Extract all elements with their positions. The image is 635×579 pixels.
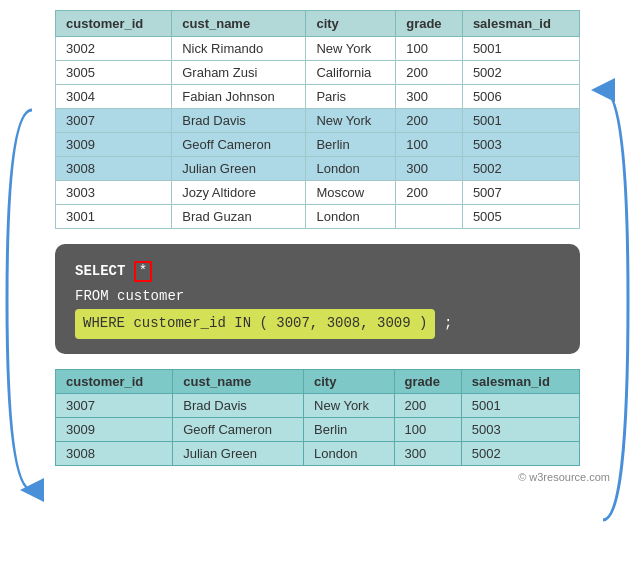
bottom-table-cell-salesman_id: 5003 <box>461 417 579 441</box>
bottom-table-cell-cust_name: Brad Davis <box>173 393 304 417</box>
top-table-row: 3008Julian GreenLondon3005002 <box>56 157 580 181</box>
top-table-header-row: customer_id cust_name city grade salesma… <box>56 11 580 37</box>
bottom-table-cell-cust_name: Geoff Cameron <box>173 417 304 441</box>
top-table-cell-city: Moscow <box>306 181 396 205</box>
top-table-cell-salesman_id: 5006 <box>462 85 579 109</box>
top-table-cell-cust_name: Fabian Johnson <box>172 85 306 109</box>
bottom-table-cell-customer_id: 3009 <box>56 417 173 441</box>
top-table-wrapper: customer_id cust_name city grade salesma… <box>55 10 580 229</box>
bottom-table-cell-customer_id: 3007 <box>56 393 173 417</box>
top-table-cell-cust_name: Brad Guzan <box>172 205 306 229</box>
top-table-cell-salesman_id: 5002 <box>462 157 579 181</box>
top-table-body: 3002Nick RimandoNew York10050013005Graha… <box>56 37 580 229</box>
top-table-cell-salesman_id: 5001 <box>462 109 579 133</box>
top-table-cell-grade: 100 <box>396 133 463 157</box>
bottom-table-header-salesman-id: salesman_id <box>461 369 579 393</box>
bottom-table-row: 3009Geoff CameronBerlin1005003 <box>56 417 580 441</box>
top-table-cell-customer_id: 3003 <box>56 181 172 205</box>
bottom-table-cell-city: Berlin <box>304 417 395 441</box>
top-table-cell-grade: 200 <box>396 61 463 85</box>
bottom-table-cell-cust_name: Julian Green <box>173 441 304 465</box>
sql-where-line: WHERE customer_id IN ( 3007, 3008, 3009 … <box>75 309 560 338</box>
top-table-cell-grade: 200 <box>396 109 463 133</box>
right-arrow <box>593 80 633 530</box>
top-table-row: 3002Nick RimandoNew York1005001 <box>56 37 580 61</box>
top-table-cell-cust_name: Graham Zusi <box>172 61 306 85</box>
top-table-cell-salesman_id: 5001 <box>462 37 579 61</box>
bottom-table-body: 3007Brad DavisNew York20050013009Geoff C… <box>56 393 580 465</box>
top-table-cell-cust_name: Geoff Cameron <box>172 133 306 157</box>
top-table-cell-city: London <box>306 157 396 181</box>
top-table-row: 3001Brad GuzanLondon5005 <box>56 205 580 229</box>
top-table-cell-city: London <box>306 205 396 229</box>
top-table-cell-cust_name: Brad Davis <box>172 109 306 133</box>
top-table: customer_id cust_name city grade salesma… <box>55 10 580 229</box>
top-table-row: 3009Geoff CameronBerlin1005003 <box>56 133 580 157</box>
top-table-cell-grade: 300 <box>396 157 463 181</box>
top-table-cell-customer_id: 3001 <box>56 205 172 229</box>
top-table-cell-customer_id: 3008 <box>56 157 172 181</box>
top-table-header-grade: grade <box>396 11 463 37</box>
bottom-table-cell-salesman_id: 5001 <box>461 393 579 417</box>
bottom-table-header-row: customer_id cust_name city grade salesma… <box>56 369 580 393</box>
top-table-cell-city: New York <box>306 37 396 61</box>
top-table-cell-city: New York <box>306 109 396 133</box>
top-table-header-customer-id: customer_id <box>56 11 172 37</box>
top-table-cell-grade: 200 <box>396 181 463 205</box>
sql-where-highlight: WHERE customer_id IN ( 3007, 3008, 3009 … <box>75 309 435 338</box>
top-table-row: 3004Fabian JohnsonParis3005006 <box>56 85 580 109</box>
bottom-table-cell-grade: 300 <box>394 441 461 465</box>
top-table-cell-salesman_id: 5005 <box>462 205 579 229</box>
top-table-header-salesman-id: salesman_id <box>462 11 579 37</box>
top-table-row: 3003Jozy AltidoreMoscow2005007 <box>56 181 580 205</box>
top-table-cell-customer_id: 3009 <box>56 133 172 157</box>
bottom-table-cell-city: New York <box>304 393 395 417</box>
bottom-table-cell-grade: 200 <box>394 393 461 417</box>
bottom-table-cell-city: London <box>304 441 395 465</box>
bottom-table-header-grade: grade <box>394 369 461 393</box>
bottom-table-header-city: city <box>304 369 395 393</box>
top-table-cell-city: Paris <box>306 85 396 109</box>
bottom-table-header-cust-name: cust_name <box>173 369 304 393</box>
left-arrow <box>2 100 42 500</box>
top-table-cell-salesman_id: 5007 <box>462 181 579 205</box>
sql-select-keyword: SELECT <box>75 263 125 279</box>
top-table-cell-grade <box>396 205 463 229</box>
sql-asterisk: * <box>134 261 152 282</box>
top-table-cell-city: Berlin <box>306 133 396 157</box>
sql-from-text: FROM customer <box>75 288 184 304</box>
bottom-table: customer_id cust_name city grade salesma… <box>55 369 580 466</box>
bottom-table-row: 3007Brad DavisNew York2005001 <box>56 393 580 417</box>
top-table-cell-salesman_id: 5003 <box>462 133 579 157</box>
top-table-cell-customer_id: 3004 <box>56 85 172 109</box>
bottom-table-row: 3008Julian GreenLondon3005002 <box>56 441 580 465</box>
top-table-cell-grade: 100 <box>396 37 463 61</box>
bottom-table-cell-grade: 100 <box>394 417 461 441</box>
top-table-cell-cust_name: Julian Green <box>172 157 306 181</box>
top-table-header-city: city <box>306 11 396 37</box>
top-table-cell-cust_name: Jozy Altidore <box>172 181 306 205</box>
top-table-cell-cust_name: Nick Rimando <box>172 37 306 61</box>
bottom-table-header-customer-id: customer_id <box>56 369 173 393</box>
sql-select-line: SELECT * <box>75 259 560 284</box>
top-table-cell-customer_id: 3002 <box>56 37 172 61</box>
top-table-cell-city: California <box>306 61 396 85</box>
sql-box: SELECT * FROM customer WHERE customer_id… <box>55 244 580 354</box>
top-table-cell-customer_id: 3007 <box>56 109 172 133</box>
top-table-header-cust-name: cust_name <box>172 11 306 37</box>
sql-from-line: FROM customer <box>75 284 560 309</box>
watermark: © w3resource.com <box>15 471 620 483</box>
sql-semicolon: ; <box>444 315 452 331</box>
top-table-cell-customer_id: 3005 <box>56 61 172 85</box>
top-table-row: 3007Brad DavisNew York2005001 <box>56 109 580 133</box>
bottom-table-wrapper: customer_id cust_name city grade salesma… <box>55 369 580 466</box>
top-table-cell-grade: 300 <box>396 85 463 109</box>
top-table-row: 3005Graham ZusiCalifornia2005002 <box>56 61 580 85</box>
main-container: customer_id cust_name city grade salesma… <box>0 0 635 493</box>
bottom-table-cell-customer_id: 3008 <box>56 441 173 465</box>
top-table-cell-salesman_id: 5002 <box>462 61 579 85</box>
bottom-table-cell-salesman_id: 5002 <box>461 441 579 465</box>
